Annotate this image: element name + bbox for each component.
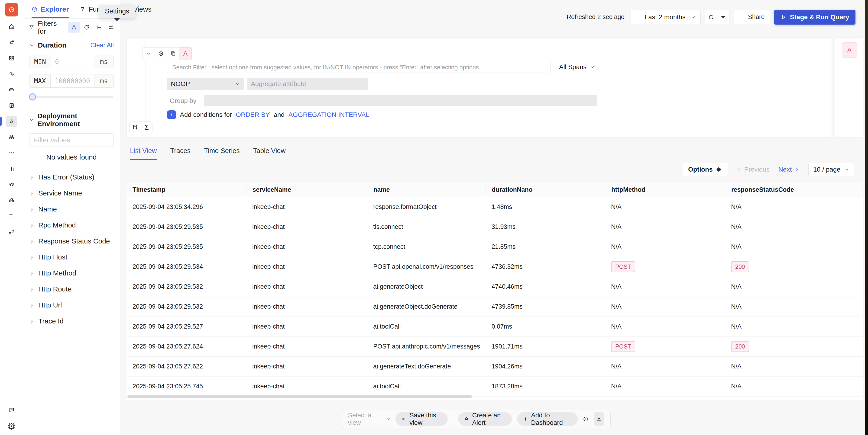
table-row[interactable]: 2025-09-04 23:05:29.532 inkeep-chat ai.g… (126, 277, 863, 297)
previous-page-button[interactable]: Previous (736, 166, 770, 173)
page-size-select[interactable]: 10 / page (808, 163, 854, 176)
duration-min-input[interactable]: MIN 0 ms (29, 55, 114, 68)
deployment-filter-input[interactable]: Filter values (29, 133, 114, 147)
copy-query-button[interactable] (167, 47, 179, 60)
duration-slider[interactable] (30, 96, 113, 98)
save-view-button[interactable]: Save this view (396, 412, 448, 426)
info-icon[interactable] (583, 415, 589, 423)
share-button[interactable]: Share (734, 10, 770, 24)
more-ellipsis-icon[interactable] (6, 147, 17, 158)
add-to-dashboard-button[interactable]: Add to Dashboard (517, 412, 578, 426)
col-timestamp[interactable]: Timestamp (126, 186, 246, 194)
aggregate-op-select[interactable]: NOOP (167, 78, 244, 90)
cell-response-status: N/A (725, 363, 863, 370)
filter-section-row[interactable]: Http Method (23, 265, 120, 281)
services-click-icon[interactable] (6, 68, 17, 79)
chevron-down-icon (235, 81, 240, 87)
messaging-cubes-icon[interactable] (6, 131, 17, 143)
dock-bottom-button[interactable] (594, 412, 604, 426)
tab-table-view[interactable]: Table View (253, 143, 286, 160)
horizontal-scrollbar[interactable] (127, 395, 472, 398)
feedback-chat-icon[interactable] (6, 404, 17, 415)
col-service-name[interactable]: serviceName (246, 186, 367, 194)
tab-explorer[interactable]: Explorer (32, 0, 69, 18)
next-page-button[interactable]: Next (778, 166, 800, 173)
tab-traces[interactable]: Traces (170, 143, 191, 160)
send-icon (739, 14, 745, 20)
aggregate-attribute-input[interactable]: Aggregate attribute (247, 78, 368, 90)
filter-section-row[interactable]: Has Error (Status) (23, 169, 120, 185)
sliders-icon[interactable] (108, 24, 114, 30)
refresh-icon[interactable] (84, 24, 90, 30)
time-range-select[interactable]: Last 2 months (630, 10, 701, 24)
logs-scroll-icon[interactable] (6, 100, 17, 111)
group-by-input[interactable] (204, 95, 597, 106)
chevron-down-icon[interactable] (29, 43, 34, 48)
exceptions-bug-icon[interactable] (6, 179, 17, 190)
table-row[interactable]: 2025-09-04 23:05:29.532 inkeep-chat ai.g… (126, 297, 863, 317)
filters-channel-badge[interactable]: A (68, 22, 80, 33)
filter-section-row[interactable]: Name (23, 201, 120, 217)
filter-section-row[interactable]: Service Name (23, 185, 120, 201)
filter-section-row[interactable]: Response Status Code (23, 233, 120, 249)
alerts-bell-icon[interactable] (6, 37, 17, 48)
options-button[interactable]: Options (683, 163, 727, 176)
table-row[interactable]: 2025-09-04 23:05:29.527 inkeep-chat ai.t… (126, 317, 863, 337)
col-duration[interactable]: durationNano (486, 186, 605, 194)
create-alert-button[interactable]: Create an Alert (458, 412, 512, 426)
duration-max-input[interactable]: MAX 100000000 ms (29, 74, 114, 88)
signoz-logo[interactable] (5, 3, 18, 16)
aggregation-interval-link[interactable]: AGGREGATION INTERVAL (288, 111, 370, 119)
table-row[interactable]: 2025-09-04 23:05:29.535 inkeep-chat tls.… (126, 217, 863, 237)
stage-run-query-button[interactable]: Stage & Run Query (774, 10, 856, 25)
query-letter-badge[interactable]: A (179, 47, 192, 60)
col-response-status[interactable]: responseStatusCode (725, 186, 863, 194)
col-http-method[interactable]: httpMethod (605, 186, 725, 194)
search-filter-input[interactable]: Search Filter : select options from sugg… (167, 62, 551, 73)
metrics-chart-icon[interactable] (6, 163, 17, 174)
select-view-dropdown[interactable]: Select a view (348, 411, 391, 427)
toggle-visibility-button[interactable] (155, 47, 167, 60)
filter-section-row[interactable]: Rpc Method (23, 217, 120, 233)
tab-list-view[interactable]: List View (130, 143, 157, 160)
col-name[interactable]: name (367, 186, 486, 194)
table-row[interactable]: 2025-09-04 23:05:27.622 inkeep-chat ai.g… (126, 357, 863, 376)
order-by-link[interactable]: ORDER BY (236, 111, 270, 119)
refresh-options-caret[interactable] (717, 10, 729, 24)
filter-section-row[interactable]: Trace Id (23, 313, 120, 329)
binoculars-icon[interactable] (6, 195, 17, 206)
infrastructure-server-icon[interactable] (6, 84, 17, 95)
cell-http-method: N/A (605, 383, 725, 390)
formula-sigma-button[interactable]: Σ (141, 122, 153, 133)
table-row[interactable]: 2025-09-04 23:05:29.535 inkeep-chat tcp.… (126, 237, 863, 257)
table-row[interactable]: 2025-09-04 23:05:34.296 inkeep-chat resp… (126, 197, 863, 217)
table-row[interactable]: 2025-09-04 23:05:27.624 inkeep-chat POST… (126, 337, 863, 357)
query-builder-button[interactable] (129, 122, 141, 133)
add-condition-button[interactable] (167, 110, 176, 119)
table-row[interactable]: 2025-09-04 23:05:25.745 inkeep-chat ai.t… (126, 376, 863, 397)
collapse-left-icon[interactable] (96, 24, 102, 30)
dashboards-grid-icon[interactable] (6, 53, 17, 64)
chevron-down-icon[interactable] (29, 117, 34, 123)
query-channel-badge[interactable]: A (842, 42, 857, 58)
filter-section-row[interactable]: Http Url (23, 297, 120, 313)
filter-section-row[interactable]: Http Host (23, 249, 120, 265)
slider-handle[interactable] (29, 94, 36, 101)
min-value[interactable]: 0 (51, 55, 94, 68)
max-value[interactable]: 100000000 (51, 74, 94, 88)
filter-section-row[interactable]: Http Route (23, 281, 120, 297)
refresh-button[interactable] (705, 10, 717, 24)
home-icon[interactable] (6, 21, 17, 32)
collapse-query-button[interactable] (142, 47, 155, 60)
filter-section-label: Http Host (38, 253, 67, 261)
integrations-route-icon[interactable] (6, 226, 17, 237)
table-body: 2025-09-04 23:05:34.296 inkeep-chat resp… (126, 197, 863, 397)
clear-all-link[interactable]: Clear All (90, 42, 114, 49)
settings-gear-icon[interactable]: ⚙ (6, 421, 17, 432)
pipelines-list-icon[interactable] (6, 210, 17, 222)
tab-time-series[interactable]: Time Series (204, 143, 240, 160)
traces-compass-icon[interactable] (6, 116, 17, 127)
deployment-section: Deployment Environment Filter values No … (23, 107, 120, 169)
table-row[interactable]: 2025-09-04 23:05:29.534 inkeep-chat POST… (126, 257, 863, 277)
spans-scope-select[interactable]: All Spans (555, 61, 599, 73)
